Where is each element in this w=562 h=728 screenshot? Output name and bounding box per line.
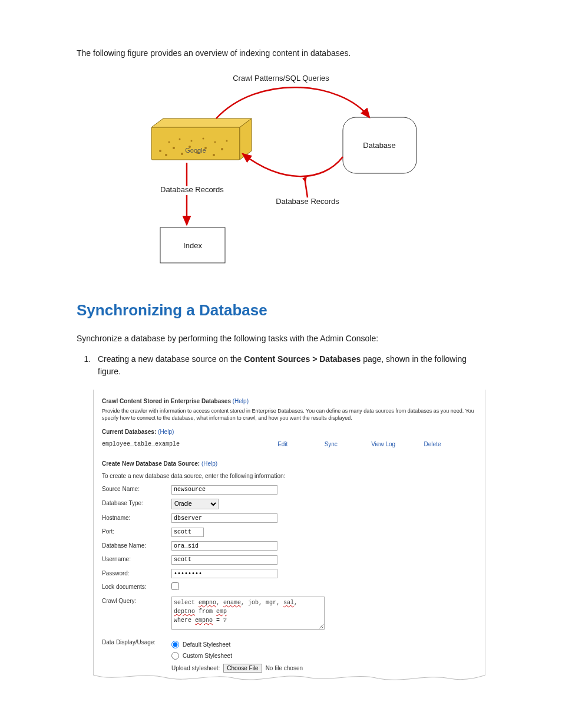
- input-hostname[interactable]: [171, 513, 277, 523]
- db-name: employee_table_example: [102, 440, 277, 449]
- diagram-svg: Crawl Patterns/SQL Queries Google Databa…: [128, 71, 434, 272]
- diagram-label-records-mid: Database Records: [276, 197, 339, 206]
- textarea-crawl-query[interactable]: select empno, ename, job, mgr, sal, dept…: [171, 597, 325, 630]
- edit-link[interactable]: Edit: [277, 440, 325, 449]
- select-db-type[interactable]: Oracle: [171, 499, 219, 509]
- db-row: employee_table_example Edit Sync View Lo…: [102, 440, 477, 449]
- label-lock: Lock documents:: [102, 582, 171, 591]
- label-crawl-query: Crawl Query:: [102, 597, 171, 605]
- svg-point-3: [159, 150, 161, 152]
- input-username[interactable]: [171, 555, 277, 565]
- svg-point-5: [173, 147, 175, 149]
- help-link-1[interactable]: (Help): [233, 398, 249, 404]
- section-heading: Synchronizing a Database: [77, 299, 485, 322]
- svg-point-4: [165, 154, 167, 156]
- intro-text: The following figure provides an overvie…: [77, 47, 485, 60]
- sync-intro: Synchronize a database by performing the…: [77, 332, 485, 345]
- cq-t13: = ?: [213, 617, 227, 624]
- input-port[interactable]: [171, 528, 204, 537]
- sync-link[interactable]: Sync: [325, 440, 372, 449]
- label-username: Username:: [102, 555, 171, 564]
- delete-link[interactable]: Delete: [424, 440, 477, 449]
- cq-t10: emp: [216, 608, 227, 615]
- shot-title-line: Crawl Content Stored in Enterprise Datab…: [102, 397, 477, 406]
- database-shape: Database: [343, 117, 416, 173]
- upload-label: Upload stylesheet:: [171, 664, 220, 673]
- task-text-before: Creating a new database source on the: [98, 354, 244, 364]
- cq-t12: empno: [195, 617, 213, 624]
- svg-marker-0: [151, 118, 252, 127]
- svg-point-11: [221, 148, 223, 150]
- cq-t3: ,: [216, 599, 223, 606]
- task-text-bold: Content Sources > Databases: [244, 354, 361, 364]
- admin-screenshot: Crawl Content Stored in Enterprise Datab…: [93, 390, 485, 684]
- shot-desc: Provide the crawler with information to …: [102, 408, 477, 421]
- input-source-name[interactable]: [171, 485, 277, 495]
- help-link-3[interactable]: (Help): [201, 460, 217, 467]
- label-db-name: Database Name:: [102, 541, 171, 550]
- current-db-label: Current Databases:: [102, 429, 156, 435]
- create-sub: To create a new database data source, en…: [102, 472, 477, 480]
- checkbox-lock[interactable]: [171, 582, 179, 590]
- arrow-crawl: [216, 87, 369, 118]
- radio-default-stylesheet[interactable]: [171, 641, 179, 648]
- label-password: Password:: [102, 569, 171, 578]
- svg-point-16: [214, 141, 216, 143]
- radio-custom-stylesheet[interactable]: [171, 652, 179, 660]
- create-label: Create New Database Data Source:: [102, 460, 200, 467]
- create-heading: Create New Database Data Source: (Help): [102, 459, 477, 468]
- svg-point-15: [203, 138, 204, 140]
- label-hostname: Hostname:: [102, 513, 171, 522]
- label-port: Port:: [102, 527, 171, 536]
- radio-label-custom: Custom Stylesheet: [183, 651, 232, 660]
- task-list: Creating a new database source on the Co…: [93, 353, 485, 378]
- cq-t6: sal: [283, 599, 294, 606]
- appliance-logo: Google: [185, 147, 206, 154]
- label-source-name: Source Name:: [102, 485, 171, 493]
- input-db-name[interactable]: [171, 541, 277, 551]
- current-db-heading: Current Databases: (Help): [102, 427, 477, 436]
- diagram-label-db: Database: [363, 141, 396, 150]
- label-display: Data Display/Usage:: [102, 638, 171, 647]
- cq-t5: , job, mgr,: [241, 599, 283, 606]
- help-link-2[interactable]: (Help): [158, 429, 174, 435]
- no-file-text: No file chosen: [266, 664, 303, 673]
- viewlog-link[interactable]: View Log: [371, 440, 424, 449]
- cq-t7: ,: [294, 599, 297, 606]
- input-password[interactable]: [171, 569, 277, 578]
- appliance-icon: Google: [151, 118, 252, 160]
- radio-label-default: Default Stylesheet: [183, 640, 230, 649]
- svg-point-10: [213, 154, 215, 156]
- svg-point-17: [226, 140, 228, 142]
- overview-diagram: Crawl Patterns/SQL Queries Google Databa…: [77, 71, 485, 275]
- svg-point-14: [191, 140, 193, 142]
- label-db-type: Database Type:: [102, 499, 171, 508]
- diagram-label-records-left: Database Records: [160, 185, 224, 194]
- cq-t8: deptno: [174, 608, 195, 615]
- shot-title: Crawl Content Stored in Enterprise Datab…: [102, 398, 231, 404]
- choose-file-button[interactable]: Choose File: [223, 664, 262, 673]
- svg-point-6: [181, 153, 183, 155]
- task-item-1: Creating a new database source on the Co…: [93, 353, 485, 378]
- cq-t9: from: [195, 608, 216, 615]
- cq-t1: select: [174, 599, 199, 606]
- arrow-db-records: [243, 154, 343, 176]
- svg-point-13: [179, 139, 181, 140]
- svg-rect-1: [151, 127, 240, 160]
- diagram-label-index: Index: [183, 241, 202, 250]
- cq-t2: empno: [199, 599, 216, 606]
- svg-point-12: [168, 141, 170, 143]
- cq-t4: ename: [223, 599, 241, 606]
- cq-t11: where: [174, 617, 195, 624]
- diagram-label-crawl: Crawl Patterns/SQL Queries: [233, 74, 329, 83]
